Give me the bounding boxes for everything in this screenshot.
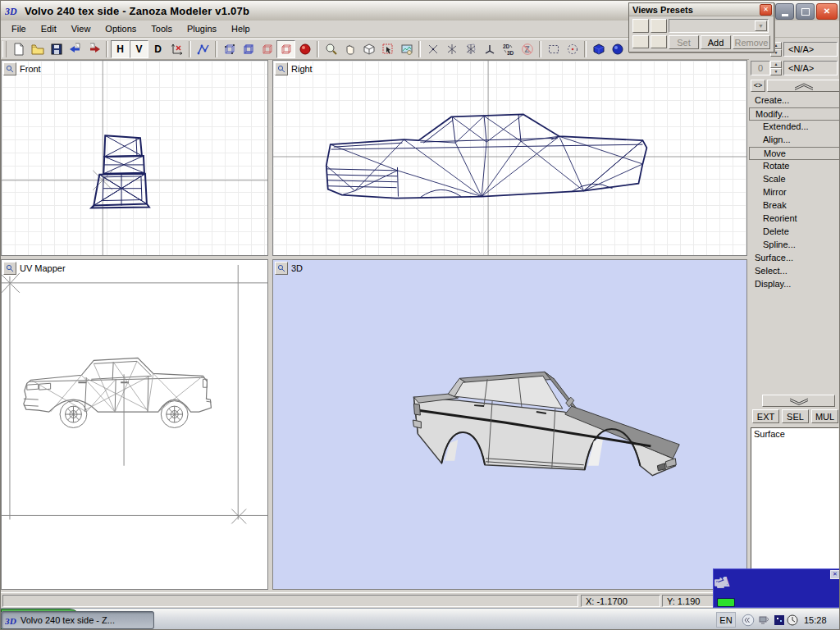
views-presets-titlebar[interactable]: Views Presets ✕ xyxy=(629,3,774,16)
mode-2d3d-button[interactable]: 2D3D xyxy=(499,40,518,58)
dropdown-arrow-icon[interactable]: ▼ xyxy=(755,21,767,31)
materials-button[interactable] xyxy=(295,40,314,58)
menu-edit[interactable]: Edit xyxy=(34,22,64,35)
preset-remove-button[interactable]: Remove xyxy=(733,35,770,49)
menu-view[interactable]: View xyxy=(64,22,98,35)
status-x-coordinate: X: -1.1700 xyxy=(581,595,660,607)
menu-plugins[interactable]: Plugins xyxy=(180,22,224,35)
save-file-button[interactable] xyxy=(47,40,66,58)
circle-select-button[interactable] xyxy=(563,40,582,58)
command-extended[interactable]: Extended... xyxy=(749,121,840,134)
toggle-v-button[interactable]: V xyxy=(130,40,148,58)
collapse-down-button[interactable] xyxy=(762,395,835,407)
svg-text:2D: 2D xyxy=(503,43,510,49)
command-break[interactable]: Break xyxy=(749,199,840,212)
uv-viewport-zoom-button[interactable] xyxy=(3,262,16,275)
sel-button[interactable]: SEL xyxy=(782,409,809,423)
app-tray-icon[interactable] xyxy=(773,614,786,627)
uv-mapper-viewport[interactable]: UV Mapper xyxy=(1,259,268,590)
menu-help[interactable]: Help xyxy=(224,22,258,35)
volume-tray-icon[interactable] xyxy=(758,614,771,627)
preset-slot-3[interactable] xyxy=(632,35,649,48)
open-file-button[interactable] xyxy=(28,40,47,58)
right-viewport-canvas[interactable] xyxy=(273,61,746,255)
value-spinner-2[interactable]: ▲▼ xyxy=(770,61,782,75)
vertex-detach-button[interactable] xyxy=(461,40,480,58)
3d-viewport-canvas[interactable] xyxy=(273,260,746,589)
collapse-up-button[interactable] xyxy=(767,80,840,92)
command-modify[interactable]: Modify... xyxy=(749,107,840,121)
angle-brackets-button[interactable]: <> xyxy=(751,80,765,92)
restore-button[interactable] xyxy=(796,3,815,20)
close-button[interactable]: ✕ xyxy=(816,3,838,20)
ext-button[interactable]: EXT xyxy=(752,409,779,423)
value-edit[interactable]: 0 xyxy=(751,61,770,75)
task-label: Volvo 240 tex side - Z... xyxy=(21,615,115,625)
hide-icons-button[interactable] xyxy=(742,614,755,627)
command-select[interactable]: Select... xyxy=(749,265,840,278)
surface-list-item[interactable]: Surface xyxy=(751,428,838,441)
uv-mapper-canvas[interactable] xyxy=(2,260,267,589)
menu-options[interactable]: Options xyxy=(98,22,144,35)
right-viewport[interactable]: Right xyxy=(272,60,747,256)
front-viewport-canvas[interactable] xyxy=(2,61,267,255)
rect-select-button[interactable] xyxy=(544,40,563,58)
preset-set-button[interactable]: Set xyxy=(669,35,699,49)
command-spline[interactable]: Spline... xyxy=(749,239,840,252)
mul-button[interactable]: MUL xyxy=(811,409,838,423)
menu-tools[interactable]: Tools xyxy=(144,22,180,35)
task-volvo-240[interactable]: 3D Volvo 240 tex side - Z... xyxy=(1,611,154,629)
command-align[interactable]: Align... xyxy=(749,134,840,147)
select-view-button[interactable] xyxy=(378,40,397,58)
preset-name-dropdown[interactable]: ▼ xyxy=(669,19,769,33)
pan-tool-button[interactable] xyxy=(340,40,359,58)
vertex-cut-button[interactable] xyxy=(423,40,442,58)
objects-level-button[interactable] xyxy=(276,40,295,58)
command-surface[interactable]: Surface... xyxy=(749,252,840,265)
views-presets-close-icon[interactable]: ✕ xyxy=(760,4,772,16)
front-viewport-zoom-button[interactable] xyxy=(3,62,16,75)
vertex-weld-button[interactable] xyxy=(442,40,461,58)
solid-cube-button[interactable] xyxy=(589,40,608,58)
command-create[interactable]: Create... xyxy=(749,94,840,107)
export-button[interactable] xyxy=(84,40,103,58)
preset-slot-1[interactable] xyxy=(632,19,649,33)
create-polyline-button[interactable] xyxy=(194,40,212,58)
toggle-h-button[interactable]: H xyxy=(111,40,130,58)
command-move[interactable]: Move xyxy=(749,147,840,160)
solid-sphere-button[interactable] xyxy=(608,40,627,58)
minimize-button[interactable] xyxy=(775,3,794,20)
command-display[interactable]: Display... xyxy=(749,278,840,291)
orbit-tool-button[interactable] xyxy=(359,40,378,58)
indicator-close-icon[interactable]: ✕ xyxy=(830,570,840,579)
local-axis-button[interactable] xyxy=(480,40,499,58)
command-delete[interactable]: Delete xyxy=(749,226,840,239)
language-indicator[interactable]: EN xyxy=(716,612,736,628)
command-rotate[interactable]: Rotate xyxy=(749,160,840,173)
command-reorient[interactable]: Reorient xyxy=(749,212,840,226)
vertices-level-button[interactable] xyxy=(220,40,239,58)
edges-level-button[interactable] xyxy=(239,40,258,58)
3d-viewport[interactable]: 3D xyxy=(272,259,747,590)
toolbar-separator xyxy=(584,41,587,57)
import-button[interactable] xyxy=(66,40,84,58)
z-lock-button[interactable]: Z xyxy=(518,40,536,58)
command-scale[interactable]: Scale xyxy=(749,173,840,186)
toolbar-grip[interactable] xyxy=(2,41,7,57)
front-viewport[interactable]: Front xyxy=(1,60,268,256)
zoom-tool-button[interactable] xyxy=(322,40,340,58)
texture-view-button[interactable] xyxy=(397,40,416,58)
preset-slot-4[interactable] xyxy=(651,35,667,48)
command-mirror[interactable]: Mirror xyxy=(749,186,840,199)
menu-file[interactable]: File xyxy=(4,22,34,35)
toggle-d-button[interactable]: D xyxy=(148,40,167,58)
scheduler-tray-icon[interactable] xyxy=(786,614,799,627)
faces-level-button[interactable] xyxy=(258,40,276,58)
surface-list[interactable]: Surface xyxy=(751,427,839,588)
right-viewport-zoom-button[interactable] xyxy=(275,62,288,75)
preset-add-button[interactable]: Add xyxy=(701,35,731,49)
new-file-button[interactable] xyxy=(9,40,28,58)
delete-axes-button[interactable] xyxy=(167,40,186,58)
preset-slot-2[interactable] xyxy=(651,19,667,33)
3d-viewport-zoom-button[interactable] xyxy=(275,262,288,275)
